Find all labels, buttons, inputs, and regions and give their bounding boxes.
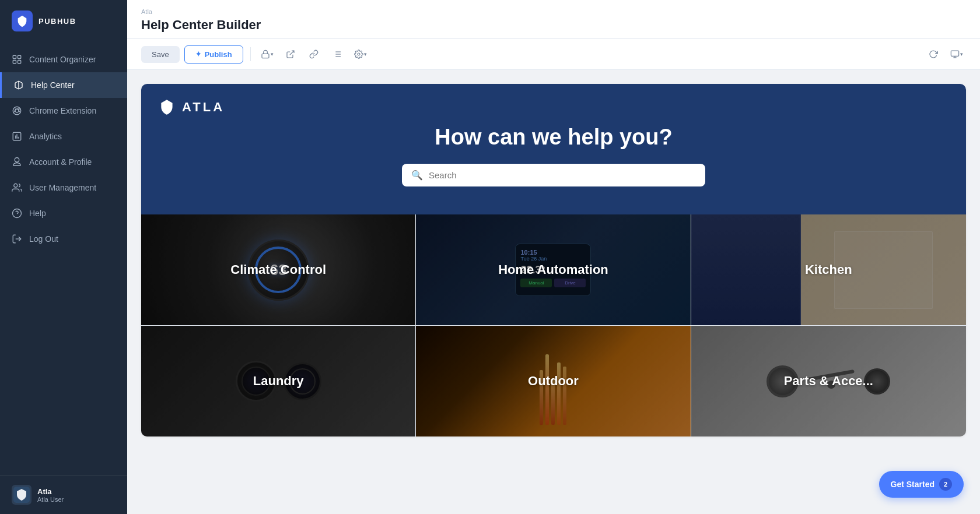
svg-rect-3 xyxy=(18,61,21,64)
search-input[interactable] xyxy=(429,170,696,180)
hero-logo-icon xyxy=(158,98,176,117)
logo-text: PUBHUB xyxy=(38,17,76,26)
category-label-parts-accessories: Parts & Acce... xyxy=(784,374,873,389)
account-icon xyxy=(12,157,22,167)
category-label-kitchen: Kitchen xyxy=(805,262,852,277)
avatar xyxy=(12,485,32,505)
svg-point-12 xyxy=(13,209,22,218)
logo-icon xyxy=(12,10,33,31)
toolbar: Save ✦ Publish ▾ ▾ ▾ xyxy=(127,39,980,70)
chrome-icon xyxy=(12,105,22,116)
publish-button[interactable]: ✦ Publish xyxy=(184,45,243,64)
categories-row-2: Laundry Outdoor xyxy=(141,325,966,436)
category-overlay: Parts & Acce... xyxy=(691,326,966,436)
sidebar-item-help[interactable]: Help xyxy=(0,200,127,226)
category-label-laundry: Laundry xyxy=(253,374,304,389)
help-center-preview: ATLA How can we help you? 🔍 63 xyxy=(141,84,966,436)
main-content: Atla Help Center Builder Save ✦ Publish … xyxy=(127,0,980,514)
lock-button[interactable]: ▾ xyxy=(258,45,276,64)
svg-rect-1 xyxy=(18,55,21,58)
topbar: Atla Help Center Builder xyxy=(127,0,980,39)
breadcrumb: Atla xyxy=(141,8,966,15)
grid-icon xyxy=(12,54,22,65)
device-preview-button[interactable]: ▾ xyxy=(947,45,966,64)
get-started-badge: 2 xyxy=(939,478,952,491)
search-bar: 🔍 xyxy=(402,164,705,186)
svg-point-24 xyxy=(358,53,360,55)
hero-logo-text: ATLA xyxy=(182,100,225,115)
sidebar-footer: Atla Atla User xyxy=(0,475,127,514)
svg-line-17 xyxy=(289,51,293,55)
svg-rect-2 xyxy=(13,61,16,64)
category-overlay: Climate Control xyxy=(141,214,415,325)
sidebar-item-content-organizer[interactable]: Content Organizer xyxy=(0,47,127,72)
help-center-icon xyxy=(13,80,24,90)
svg-point-11 xyxy=(14,184,18,187)
sidebar-item-analytics[interactable]: Analytics xyxy=(0,124,127,149)
svg-rect-25 xyxy=(951,51,958,56)
category-card-climate-control[interactable]: 63 Climate Control xyxy=(141,214,416,325)
sidebar-item-chrome-extension[interactable]: Chrome Extension xyxy=(0,98,127,124)
svg-rect-0 xyxy=(13,55,16,58)
save-button[interactable]: Save xyxy=(141,46,180,63)
search-icon: 🔍 xyxy=(411,170,423,181)
list-button[interactable] xyxy=(328,45,346,64)
category-label-home-automation: Home Automation xyxy=(498,262,608,277)
footer-info: Atla Atla User xyxy=(37,487,64,503)
toolbar-right: ▾ xyxy=(924,45,966,64)
hero-section: ATLA How can we help you? 🔍 xyxy=(141,84,966,214)
sidebar-item-user-management[interactable]: User Management xyxy=(0,175,127,200)
sidebar-logo: PUBHUB xyxy=(0,0,127,42)
content-area: ATLA How can we help you? 🔍 63 xyxy=(127,70,980,514)
hero-heading: How can we help you? xyxy=(155,125,952,150)
sidebar: PUBHUB Content Organizer Help Center Chr… xyxy=(0,0,127,514)
category-overlay: Outdoor xyxy=(416,326,690,436)
sidebar-item-log-out[interactable]: Log Out xyxy=(0,226,127,252)
get-started-button[interactable]: Get Started 2 xyxy=(879,471,964,498)
category-card-laundry[interactable]: Laundry xyxy=(141,326,416,436)
publish-icon: ✦ xyxy=(195,50,201,58)
svg-rect-16 xyxy=(262,54,269,58)
category-card-outdoor[interactable]: Outdoor xyxy=(416,326,691,436)
category-overlay: Laundry xyxy=(141,326,415,436)
category-card-kitchen[interactable]: Kitchen xyxy=(691,214,966,325)
category-label-climate-control: Climate Control xyxy=(230,262,326,277)
hero-logo: ATLA xyxy=(158,98,225,117)
refresh-button[interactable] xyxy=(924,45,943,64)
analytics-icon xyxy=(12,131,22,142)
users-icon xyxy=(12,182,22,193)
category-card-parts-accessories[interactable]: Parts & Acce... xyxy=(691,326,966,436)
sidebar-item-help-center[interactable]: Help Center xyxy=(0,72,127,98)
page-title: Help Center Builder xyxy=(141,17,966,33)
toolbar-separator xyxy=(250,47,251,61)
categories-row-1: 63 Climate Control 10:15 Tue 26 Jan 22.3… xyxy=(141,214,966,325)
category-card-home-automation[interactable]: 10:15 Tue 26 Jan 22.3° Manual Drive Home… xyxy=(416,214,691,325)
logout-icon xyxy=(12,234,22,244)
sidebar-nav: Content Organizer Help Center Chrome Ext… xyxy=(0,42,127,475)
sidebar-item-account-profile[interactable]: Account & Profile xyxy=(0,149,127,175)
link-button[interactable] xyxy=(304,45,323,64)
category-label-outdoor: Outdoor xyxy=(528,374,579,389)
external-link-button[interactable] xyxy=(281,45,300,64)
category-overlay: Kitchen xyxy=(691,214,966,325)
svg-point-5 xyxy=(13,107,21,115)
question-icon xyxy=(12,208,22,219)
settings-button[interactable]: ▾ xyxy=(351,45,370,64)
category-overlay: Home Automation xyxy=(416,214,690,325)
